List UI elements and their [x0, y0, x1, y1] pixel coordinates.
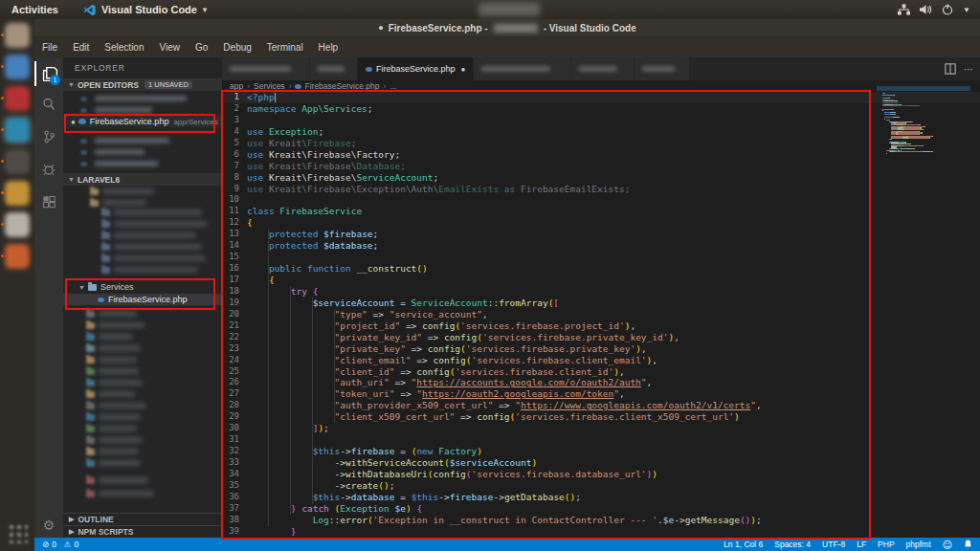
tree-file-firebaseservice[interactable]: FirebaseService.php: [63, 294, 222, 305]
breadcrumb-item[interactable]: app: [230, 81, 243, 91]
activities-button[interactable]: Activities: [0, 4, 70, 15]
menu-item-go[interactable]: Go: [188, 39, 215, 55]
code-line-38: 38 Log::error('Exception in __construct …: [222, 515, 980, 526]
tree-item-redacted[interactable]: [63, 423, 222, 434]
tree-item-redacted[interactable]: [63, 400, 222, 411]
breadcrumb-item[interactable]: FirebaseService.php: [304, 81, 379, 91]
open-editors-header[interactable]: ▼ OPEN EDITORS 1 UNSAVED: [63, 78, 222, 91]
menu-item-debug[interactable]: Debug: [215, 39, 258, 55]
dock-app-icon-3[interactable]: [5, 86, 30, 111]
status-item-utf-8[interactable]: UTF-8: [822, 540, 845, 549]
dock-app-icon-1[interactable]: [5, 23, 30, 48]
tab-redacted-1[interactable]: [222, 57, 310, 80]
tree-item-redacted[interactable]: [63, 218, 222, 230]
dock-app-icon-2[interactable]: [5, 55, 30, 79]
dock-app-icon-6[interactable]: [5, 181, 30, 206]
status-item-php[interactable]: PHP: [878, 540, 894, 549]
open-editor-item-active[interactable]: ● FirebaseService.php app/Services: [63, 116, 222, 127]
search-icon[interactable]: [34, 92, 63, 117]
tree-item-redacted[interactable]: [63, 241, 222, 253]
titlebar-workspace-redacted: [494, 24, 538, 33]
text-cursor: [275, 93, 276, 102]
tree-item-redacted[interactable]: [63, 365, 222, 377]
menu-item-help[interactable]: Help: [311, 39, 346, 55]
status-item-phpfmt[interactable]: phpfmt: [906, 540, 931, 549]
app-menu-title[interactable]: Visual Studio Code: [101, 4, 197, 15]
feedback-smiley-icon[interactable]: ☺: [943, 540, 952, 550]
show-applications-icon[interactable]: [7, 522, 28, 543]
power-icon[interactable]: [942, 4, 953, 15]
open-editor-item-redacted[interactable]: [63, 93, 222, 104]
open-editor-item-redacted[interactable]: [63, 135, 222, 146]
tree-item-redacted[interactable]: [63, 457, 222, 469]
source-control-icon[interactable]: [34, 124, 63, 149]
gear-icon[interactable]: ⚙: [34, 513, 63, 538]
tree-item-redacted[interactable]: [63, 446, 222, 457]
network-icon[interactable]: [898, 4, 910, 15]
breadcrumb-item[interactable]: ...: [390, 81, 396, 91]
tree-item-redacted[interactable]: [63, 411, 222, 423]
project-section-header[interactable]: ▼ LARAVEL6: [63, 173, 222, 186]
dock-app-icon-4[interactable]: [5, 118, 30, 143]
tree-item-redacted[interactable]: [63, 230, 222, 241]
split-editor-icon[interactable]: [945, 63, 956, 75]
tree-item-redacted[interactable]: [63, 474, 222, 486]
volume-icon[interactable]: [920, 4, 932, 15]
tree-item-redacted[interactable]: [63, 354, 222, 365]
code-line-11: 11class FirebaseService: [222, 206, 980, 217]
problems-errors[interactable]: ⊘ 0: [42, 540, 56, 549]
open-editor-item-redacted[interactable]: [63, 146, 222, 158]
status-item-spaces-4[interactable]: Spaces: 4: [774, 540, 811, 549]
code-line-5: 5use Kreait\Firebase;: [222, 138, 980, 149]
dock-app-icon-8[interactable]: [5, 244, 30, 269]
outline-section[interactable]: ▶ OUTLINE: [63, 513, 222, 525]
menu-item-file[interactable]: File: [34, 39, 65, 55]
tree-item-redacted[interactable]: [63, 388, 222, 400]
tree-item-redacted[interactable]: [63, 264, 222, 276]
menu-item-edit[interactable]: Edit: [65, 39, 97, 55]
menu-item-terminal[interactable]: Terminal: [259, 39, 311, 55]
tab-firebaseservice-active[interactable]: FirebaseService.php ●: [358, 57, 474, 80]
tab-redacted-2[interactable]: [310, 57, 358, 80]
minimap[interactable]: [882, 93, 949, 155]
tree-folder-services[interactable]: ▼ Services: [63, 281, 222, 293]
tree-item-redacted[interactable]: [63, 342, 222, 354]
dock-running-dot: [1, 128, 4, 131]
explorer-icon[interactable]: 1: [34, 61, 63, 86]
tab-redacted-3[interactable]: [474, 57, 571, 80]
tray-chevron-down-icon[interactable]: ▼: [963, 6, 970, 14]
tree-item-redacted[interactable]: [63, 308, 222, 320]
tree-item-redacted[interactable]: [63, 377, 222, 388]
status-item-lf[interactable]: LF: [857, 540, 866, 549]
chevron-down-icon: ▼: [68, 176, 75, 183]
tree-item-redacted[interactable]: [63, 207, 222, 218]
npm-scripts-section[interactable]: ▶ NPM SCRIPTS: [63, 525, 222, 538]
problems-warnings[interactable]: ⚠ 0: [64, 540, 78, 549]
dock-app-icon-5[interactable]: [5, 149, 30, 174]
tree-item-redacted[interactable]: [63, 434, 222, 446]
tab-redacted-4[interactable]: [571, 57, 635, 80]
debug-icon[interactable]: [34, 157, 63, 182]
open-editor-item-redacted[interactable]: [63, 104, 222, 116]
notifications-bell-icon[interactable]: [964, 540, 972, 549]
menu-item-view[interactable]: View: [152, 39, 189, 55]
open-editor-item-redacted[interactable]: [63, 158, 222, 169]
ubuntu-dock: [0, 19, 34, 551]
tab-redacted-5[interactable]: [635, 57, 690, 80]
tree-item-redacted[interactable]: [63, 186, 222, 197]
status-item-ln-1-col-6[interactable]: Ln 1, Col 6: [724, 540, 763, 549]
tree-item-redacted[interactable]: [63, 253, 222, 264]
code-editor[interactable]: 1<?php2namespace App\Services;34use Exce…: [222, 92, 980, 538]
tree-item-redacted[interactable]: [63, 331, 222, 342]
breadcrumb-item[interactable]: Services: [254, 81, 285, 91]
titlebar-file: FirebaseService.php -: [389, 23, 488, 33]
php-file-icon: [366, 67, 372, 72]
menu-item-selection[interactable]: Selection: [97, 39, 151, 55]
dock-app-icon-7[interactable]: [5, 212, 30, 237]
more-actions-icon[interactable]: ⋯: [964, 64, 974, 75]
tree-item-redacted[interactable]: [63, 320, 222, 331]
code-line-36: 36 $this->database = $this->firebase->ge…: [222, 492, 980, 503]
extensions-icon[interactable]: [34, 189, 63, 214]
code-line-20: 20 "type" => "service_account",: [222, 309, 980, 320]
tree-item-redacted[interactable]: [63, 488, 222, 499]
